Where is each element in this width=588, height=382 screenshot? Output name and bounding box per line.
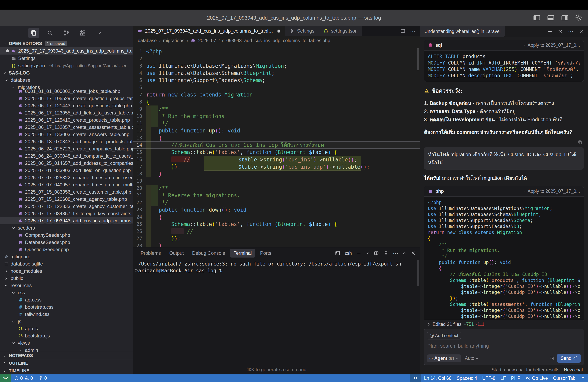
apply-button[interactable]: Apply to 2025_07_17_0... (522, 189, 580, 194)
tree-item[interactable]: 2025_07_15_083356_create_customer_table.… (0, 188, 133, 196)
open-editors-header[interactable]: OPEN EDITORS 1 unsaved (0, 40, 133, 47)
chevron-down-icon[interactable] (94, 28, 105, 38)
tree-item[interactable]: 2025_06_24_030048_add_company_id_to_user… (0, 153, 133, 160)
code-line[interactable]: 12 public function up(): void (133, 127, 420, 134)
tree-item[interactable]: 2025_07_17_084357_fix_foreign_key_constr… (0, 210, 133, 217)
chat-tab[interactable]: Understanding whereHas() in Laravel (420, 26, 505, 37)
tree-item[interactable]: 2025_06_17_123055_add_fields_to_users_ta… (0, 109, 133, 116)
tree-item[interactable]: 2025_06_25_014657_add_address_to_compani… (0, 160, 133, 167)
code-line[interactable]: 2 (133, 55, 420, 62)
attach-image-icon[interactable] (549, 356, 554, 361)
code-line[interactable]: 1<?php (133, 48, 420, 55)
edited-files-summary[interactable]: Edited 21 files +751 -111 (424, 320, 584, 329)
tree-item[interactable]: .gitignore (0, 253, 133, 260)
tree-item[interactable]: 2025_06_17_125410_create_products_table.… (0, 116, 133, 124)
code-line[interactable]: 28 } (133, 242, 420, 247)
add-context-chip[interactable]: @ Add context (427, 332, 461, 340)
tree-item[interactable]: views (0, 340, 133, 347)
project-root-header[interactable]: SAS-LOG (0, 69, 133, 76)
language-mode[interactable]: PHP (508, 374, 523, 382)
ports-status[interactable]: 0 (36, 374, 50, 382)
kill-terminal-icon[interactable] (383, 250, 389, 256)
copy-icon[interactable] (577, 140, 583, 145)
editor-tab[interactable]: Settings (285, 26, 319, 36)
tree-item[interactable]: 2025_07_07_040957_rename_timestamp_in_mu… (0, 181, 133, 188)
tree-item[interactable]: 2025_06_17_133003_create_answers_table.p… (0, 131, 133, 138)
terminal-output[interactable]: /Users/aritach/.zshrc:source:3: no such … (133, 259, 420, 274)
code-line[interactable]: 7return new class extends Migration (133, 91, 420, 98)
tree-item[interactable]: css (0, 289, 133, 296)
tree-item[interactable]: 2025_06_17_105529_create_question_groups… (0, 95, 133, 102)
tree-item[interactable]: #app.css (0, 296, 133, 304)
close-panel-icon[interactable] (411, 250, 416, 256)
editor-tab[interactable]: 2025_07_17_093943_add_cus_ins_udp_column… (133, 26, 285, 36)
open-editor-item[interactable]: Settings (0, 55, 133, 62)
code-line[interactable]: 15 Schema::table('tables', function (Blu… (133, 149, 420, 156)
send-button[interactable]: Send⏎ (557, 354, 581, 363)
indentation[interactable]: Spaces: 4 (454, 374, 480, 382)
tree-item[interactable]: 2025_06_18_070343_add_image_to_products_… (0, 138, 133, 145)
code-line[interactable]: 26 // (133, 228, 420, 235)
code-line[interactable]: 14 //เพิ่มคอลัมภ์ Cus_Ins และ Cus_Ins_Ud… (133, 141, 420, 149)
tree-item[interactable]: JSbootstrap.js (0, 332, 133, 340)
code-line[interactable]: 9 /** (133, 105, 420, 113)
chat-history-icon[interactable] (558, 29, 563, 34)
problems-status[interactable]: 0 0 (11, 374, 36, 382)
code-line[interactable]: 13 { (133, 134, 420, 141)
code-line[interactable]: 3use Illuminate\Database\Migrations\Migr… (133, 62, 420, 70)
notepads-section[interactable]: NOTEPADS (0, 352, 133, 359)
code-line[interactable]: 27 }); (133, 235, 420, 242)
zoom-status-icon[interactable] (410, 374, 421, 382)
settings-gear-icon[interactable] (575, 14, 583, 22)
tree-item[interactable]: #tailwind.css (0, 311, 133, 318)
tree-item[interactable]: 2025_06_17_121443_create_questions_table… (0, 102, 133, 109)
terminal-line[interactable]: /Users/aritach/.zshrc:source:3: no such … (138, 261, 420, 267)
code-line[interactable]: 4use Illuminate\Database\Schema\Blueprin… (133, 70, 420, 77)
apply-button[interactable]: Apply to 2025_07_17_0... (522, 42, 580, 48)
toggle-left-panel-icon[interactable] (533, 14, 541, 22)
tree-item[interactable]: 0001_01_01_000002_create_jobs_table.php (0, 88, 133, 95)
code-line[interactable]: 25 Schema::table('tables', function (Blu… (133, 221, 420, 228)
open-editor-item[interactable]: {}settings.json~/Library/Application Sup… (0, 62, 133, 69)
eol-sequence[interactable]: LF (498, 374, 509, 382)
tree-item[interactable]: QuestionSeeder.php (0, 246, 133, 253)
tree-item[interactable]: CompanySeeder.php (0, 231, 133, 239)
toggle-bottom-panel-icon[interactable] (547, 14, 555, 22)
split-editor-icon[interactable] (400, 28, 405, 34)
code-line[interactable]: 22 */ (133, 199, 420, 206)
toggle-right-panel-icon[interactable] (561, 14, 569, 22)
code-line[interactable]: 21 * Reverse the migrations. (133, 192, 420, 199)
chat-more-icon[interactable]: ⋯ (568, 29, 573, 34)
tree-item[interactable]: 2025_07_07_025322_rename_timestamp_in_us… (0, 174, 133, 181)
breadcrumb-file[interactable]: 2025_07_17_093943_add_cus_ins_udp_column… (198, 38, 330, 43)
terminal-dropdown-icon[interactable] (366, 251, 369, 255)
ai-diff-suggestion[interactable]: $table->string('cus_ins')->nullable();$t… (204, 156, 361, 171)
go-live[interactable]: Go Live (523, 374, 550, 382)
extensions-icon[interactable] (77, 28, 88, 38)
model-selector[interactable]: Auto (465, 356, 479, 361)
editor-tab[interactable]: {}settings.json (319, 26, 362, 36)
search-icon[interactable] (44, 28, 56, 38)
tree-item[interactable]: node_modules (0, 267, 133, 275)
chat-input-placeholder[interactable]: Plan, search, build anything (427, 343, 580, 349)
terminal-line[interactable]: aritach@MacBook-Air sas-log % (138, 267, 420, 274)
code-line[interactable]: 6 (133, 84, 420, 91)
explorer-icon[interactable] (28, 28, 39, 38)
outline-section[interactable]: OUTLINE (0, 359, 133, 367)
terminal-tab-problems[interactable]: Problems (137, 249, 164, 258)
cursor-position[interactable]: Ln 14, Col 66 (421, 374, 454, 382)
chat-input-box[interactable]: @ Add context Plan, search, build anythi… (424, 329, 584, 365)
new-chat-icon[interactable] (547, 29, 553, 34)
tree-item[interactable]: 2025_06_17_132057_create_assessments_tab… (0, 124, 133, 131)
terminal-tab-debug-console[interactable]: Debug Console (189, 249, 229, 258)
timeline-section[interactable]: TIMELINE (0, 367, 133, 374)
open-editor-item[interactable]: 2025_07_17_093943_add_cus_ins_udp_column… (0, 47, 133, 55)
tree-item[interactable]: #bootstrap.css (0, 304, 133, 311)
encoding[interactable]: UTF-8 (480, 374, 498, 382)
breadcrumb-migrations[interactable]: migrations (163, 38, 184, 43)
source-control-icon[interactable] (61, 28, 72, 38)
tree-item[interactable]: js (0, 318, 133, 325)
tree-item[interactable]: database.sqlite (0, 260, 133, 267)
tree-item[interactable]: 2025_07_15_122833_create_agency_customer… (0, 203, 133, 210)
tree-item[interactable]: seeders (0, 224, 133, 231)
